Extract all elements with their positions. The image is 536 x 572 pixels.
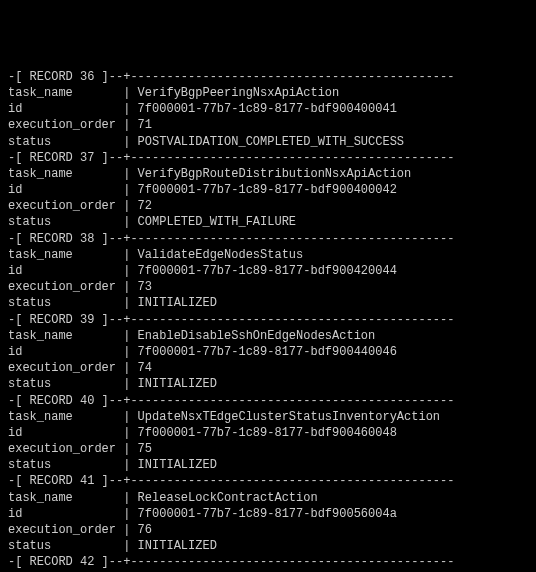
record-header: -[ RECORD 42 ]--+-----------------------…	[8, 554, 528, 570]
record-field: id | 7f000001-77b7-1c89-8177-bdf90044004…	[8, 344, 528, 360]
record-header: -[ RECORD 39 ]--+-----------------------…	[8, 312, 528, 328]
record-field: status | COMPLETED_WITH_FAILURE	[8, 214, 528, 230]
record-field: status | INITIALIZED	[8, 376, 528, 392]
record-field: execution_order | 71	[8, 117, 528, 133]
terminal-output: -[ RECORD 36 ]--+-----------------------…	[8, 69, 528, 572]
record-field: execution_order | 73	[8, 279, 528, 295]
record-field: id | 7f000001-77b7-1c89-8177-bdf90056004…	[8, 506, 528, 522]
record-field: task_name | VerifyBgpRouteDistributionNs…	[8, 166, 528, 182]
record-field: execution_order | 72	[8, 198, 528, 214]
record-field: task_name | EnableDisableSshOnEdgeNodesA…	[8, 328, 528, 344]
record-header: -[ RECORD 38 ]--+-----------------------…	[8, 231, 528, 247]
record-field: status | INITIALIZED	[8, 457, 528, 473]
record-field: id | 7f000001-77b7-1c89-8177-bdf90046004…	[8, 425, 528, 441]
record-header: -[ RECORD 41 ]--+-----------------------…	[8, 473, 528, 489]
record-field: id | 7f000001-77b7-1c89-8177-bdf90040004…	[8, 182, 528, 198]
record-field: status | INITIALIZED	[8, 538, 528, 554]
record-field: id | 7f000001-77b7-1c89-8177-bdf90042004…	[8, 263, 528, 279]
record-field: task_name | VerifyBgpPeeringNsxApiAction	[8, 85, 528, 101]
record-field: id | 7f000001-77b7-1c89-8177-bdf90040004…	[8, 101, 528, 117]
record-header: -[ RECORD 36 ]--+-----------------------…	[8, 69, 528, 85]
record-field: status | INITIALIZED	[8, 295, 528, 311]
record-field: task_name | UpdateNsxTEdgeClusterStatusI…	[8, 409, 528, 425]
record-field: status | POSTVALIDATION_COMPLETED_WITH_S…	[8, 134, 528, 150]
record-field: task_name | ReleaseLockContractAction	[8, 490, 528, 506]
record-field: execution_order | 75	[8, 441, 528, 457]
record-field: task_name | ValidateEdgeNodesStatus	[8, 247, 528, 263]
record-field: execution_order | 74	[8, 360, 528, 376]
record-header: -[ RECORD 40 ]--+-----------------------…	[8, 393, 528, 409]
record-field: execution_order | 76	[8, 522, 528, 538]
record-header: -[ RECORD 37 ]--+-----------------------…	[8, 150, 528, 166]
